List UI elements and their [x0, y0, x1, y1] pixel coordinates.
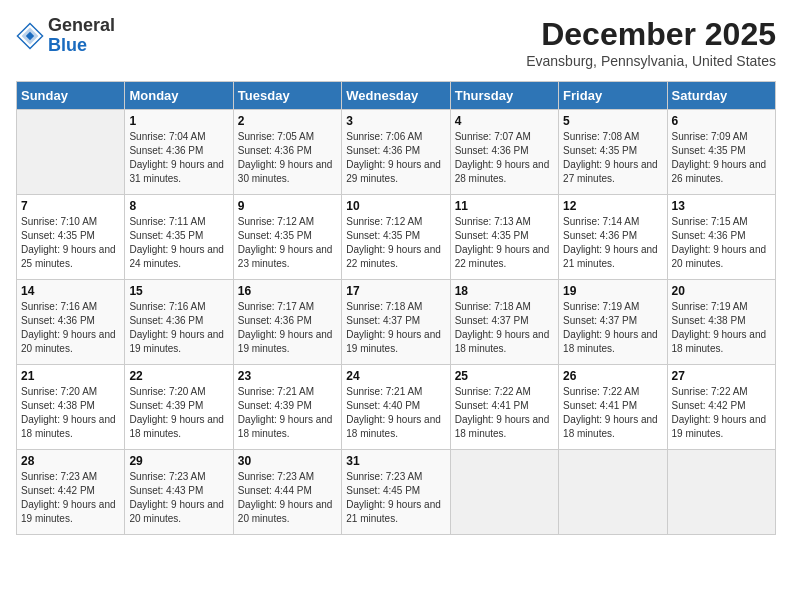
calendar-week-5: 28Sunrise: 7:23 AMSunset: 4:42 PMDayligh…: [17, 450, 776, 535]
calendar-cell: 21Sunrise: 7:20 AMSunset: 4:38 PMDayligh…: [17, 365, 125, 450]
calendar-cell: 17Sunrise: 7:18 AMSunset: 4:37 PMDayligh…: [342, 280, 450, 365]
day-number: 15: [129, 284, 228, 298]
day-number: 18: [455, 284, 554, 298]
day-number: 22: [129, 369, 228, 383]
day-info: Sunrise: 7:06 AMSunset: 4:36 PMDaylight:…: [346, 130, 445, 186]
calendar-cell: 31Sunrise: 7:23 AMSunset: 4:45 PMDayligh…: [342, 450, 450, 535]
day-number: 29: [129, 454, 228, 468]
calendar-cell: [667, 450, 775, 535]
day-info: Sunrise: 7:15 AMSunset: 4:36 PMDaylight:…: [672, 215, 771, 271]
day-number: 19: [563, 284, 662, 298]
day-number: 10: [346, 199, 445, 213]
day-info: Sunrise: 7:04 AMSunset: 4:36 PMDaylight:…: [129, 130, 228, 186]
calendar-cell: 24Sunrise: 7:21 AMSunset: 4:40 PMDayligh…: [342, 365, 450, 450]
day-info: Sunrise: 7:23 AMSunset: 4:42 PMDaylight:…: [21, 470, 120, 526]
day-info: Sunrise: 7:20 AMSunset: 4:39 PMDaylight:…: [129, 385, 228, 441]
calendar-cell: [17, 110, 125, 195]
calendar-cell: 14Sunrise: 7:16 AMSunset: 4:36 PMDayligh…: [17, 280, 125, 365]
calendar-table: SundayMondayTuesdayWednesdayThursdayFrid…: [16, 81, 776, 535]
calendar-cell: 2Sunrise: 7:05 AMSunset: 4:36 PMDaylight…: [233, 110, 341, 195]
calendar-cell: 4Sunrise: 7:07 AMSunset: 4:36 PMDaylight…: [450, 110, 558, 195]
weekday-header-tuesday: Tuesday: [233, 82, 341, 110]
day-number: 8: [129, 199, 228, 213]
calendar-cell: 18Sunrise: 7:18 AMSunset: 4:37 PMDayligh…: [450, 280, 558, 365]
calendar-cell: 6Sunrise: 7:09 AMSunset: 4:35 PMDaylight…: [667, 110, 775, 195]
day-info: Sunrise: 7:21 AMSunset: 4:40 PMDaylight:…: [346, 385, 445, 441]
day-number: 27: [672, 369, 771, 383]
calendar-cell: 12Sunrise: 7:14 AMSunset: 4:36 PMDayligh…: [559, 195, 667, 280]
weekday-header-sunday: Sunday: [17, 82, 125, 110]
day-info: Sunrise: 7:05 AMSunset: 4:36 PMDaylight:…: [238, 130, 337, 186]
calendar-cell: 10Sunrise: 7:12 AMSunset: 4:35 PMDayligh…: [342, 195, 450, 280]
day-info: Sunrise: 7:18 AMSunset: 4:37 PMDaylight:…: [455, 300, 554, 356]
day-number: 26: [563, 369, 662, 383]
day-info: Sunrise: 7:12 AMSunset: 4:35 PMDaylight:…: [346, 215, 445, 271]
calendar-cell: 1Sunrise: 7:04 AMSunset: 4:36 PMDaylight…: [125, 110, 233, 195]
weekday-header-wednesday: Wednesday: [342, 82, 450, 110]
calendar-cell: 26Sunrise: 7:22 AMSunset: 4:41 PMDayligh…: [559, 365, 667, 450]
day-number: 20: [672, 284, 771, 298]
calendar-cell: 8Sunrise: 7:11 AMSunset: 4:35 PMDaylight…: [125, 195, 233, 280]
logo-icon: [16, 22, 44, 50]
day-info: Sunrise: 7:16 AMSunset: 4:36 PMDaylight:…: [129, 300, 228, 356]
calendar-cell: 20Sunrise: 7:19 AMSunset: 4:38 PMDayligh…: [667, 280, 775, 365]
calendar-cell: 28Sunrise: 7:23 AMSunset: 4:42 PMDayligh…: [17, 450, 125, 535]
calendar-cell: [450, 450, 558, 535]
location: Evansburg, Pennsylvania, United States: [526, 53, 776, 69]
title-block: December 2025 Evansburg, Pennsylvania, U…: [526, 16, 776, 69]
calendar-cell: 5Sunrise: 7:08 AMSunset: 4:35 PMDaylight…: [559, 110, 667, 195]
calendar-cell: 22Sunrise: 7:20 AMSunset: 4:39 PMDayligh…: [125, 365, 233, 450]
day-number: 24: [346, 369, 445, 383]
calendar-cell: 30Sunrise: 7:23 AMSunset: 4:44 PMDayligh…: [233, 450, 341, 535]
day-number: 12: [563, 199, 662, 213]
weekday-header-friday: Friday: [559, 82, 667, 110]
calendar-cell: 29Sunrise: 7:23 AMSunset: 4:43 PMDayligh…: [125, 450, 233, 535]
day-number: 17: [346, 284, 445, 298]
weekday-header-monday: Monday: [125, 82, 233, 110]
day-info: Sunrise: 7:08 AMSunset: 4:35 PMDaylight:…: [563, 130, 662, 186]
day-info: Sunrise: 7:20 AMSunset: 4:38 PMDaylight:…: [21, 385, 120, 441]
weekday-header-thursday: Thursday: [450, 82, 558, 110]
day-info: Sunrise: 7:19 AMSunset: 4:38 PMDaylight:…: [672, 300, 771, 356]
day-info: Sunrise: 7:22 AMSunset: 4:42 PMDaylight:…: [672, 385, 771, 441]
day-number: 6: [672, 114, 771, 128]
calendar-cell: 16Sunrise: 7:17 AMSunset: 4:36 PMDayligh…: [233, 280, 341, 365]
day-info: Sunrise: 7:17 AMSunset: 4:36 PMDaylight:…: [238, 300, 337, 356]
day-number: 23: [238, 369, 337, 383]
day-number: 11: [455, 199, 554, 213]
day-number: 9: [238, 199, 337, 213]
day-info: Sunrise: 7:23 AMSunset: 4:44 PMDaylight:…: [238, 470, 337, 526]
day-number: 16: [238, 284, 337, 298]
day-number: 5: [563, 114, 662, 128]
calendar-week-3: 14Sunrise: 7:16 AMSunset: 4:36 PMDayligh…: [17, 280, 776, 365]
day-info: Sunrise: 7:11 AMSunset: 4:35 PMDaylight:…: [129, 215, 228, 271]
day-info: Sunrise: 7:23 AMSunset: 4:43 PMDaylight:…: [129, 470, 228, 526]
calendar-cell: 27Sunrise: 7:22 AMSunset: 4:42 PMDayligh…: [667, 365, 775, 450]
day-info: Sunrise: 7:18 AMSunset: 4:37 PMDaylight:…: [346, 300, 445, 356]
weekday-header-row: SundayMondayTuesdayWednesdayThursdayFrid…: [17, 82, 776, 110]
logo-general: General: [48, 15, 115, 35]
day-number: 28: [21, 454, 120, 468]
day-number: 21: [21, 369, 120, 383]
day-number: 14: [21, 284, 120, 298]
day-info: Sunrise: 7:09 AMSunset: 4:35 PMDaylight:…: [672, 130, 771, 186]
day-info: Sunrise: 7:12 AMSunset: 4:35 PMDaylight:…: [238, 215, 337, 271]
day-number: 7: [21, 199, 120, 213]
calendar-cell: 23Sunrise: 7:21 AMSunset: 4:39 PMDayligh…: [233, 365, 341, 450]
calendar-cell: 13Sunrise: 7:15 AMSunset: 4:36 PMDayligh…: [667, 195, 775, 280]
day-info: Sunrise: 7:13 AMSunset: 4:35 PMDaylight:…: [455, 215, 554, 271]
day-number: 3: [346, 114, 445, 128]
day-info: Sunrise: 7:19 AMSunset: 4:37 PMDaylight:…: [563, 300, 662, 356]
day-number: 25: [455, 369, 554, 383]
calendar-cell: 15Sunrise: 7:16 AMSunset: 4:36 PMDayligh…: [125, 280, 233, 365]
day-info: Sunrise: 7:07 AMSunset: 4:36 PMDaylight:…: [455, 130, 554, 186]
day-number: 2: [238, 114, 337, 128]
logo-blue: Blue: [48, 35, 87, 55]
day-number: 13: [672, 199, 771, 213]
day-info: Sunrise: 7:10 AMSunset: 4:35 PMDaylight:…: [21, 215, 120, 271]
day-info: Sunrise: 7:23 AMSunset: 4:45 PMDaylight:…: [346, 470, 445, 526]
day-number: 4: [455, 114, 554, 128]
weekday-header-saturday: Saturday: [667, 82, 775, 110]
page-header: General Blue December 2025 Evansburg, Pe…: [16, 16, 776, 69]
logo-text: General Blue: [48, 16, 115, 56]
